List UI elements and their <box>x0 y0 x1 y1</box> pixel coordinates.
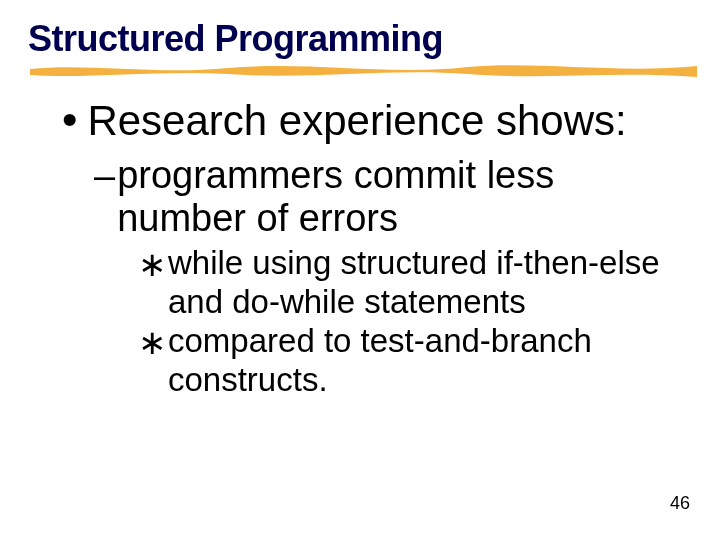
bullet-level1: • Research experience shows: <box>62 96 692 146</box>
bullet-level2: – programmers commit less number of erro… <box>94 154 692 241</box>
dash-icon: – <box>94 154 115 198</box>
slide-title: Structured Programming <box>28 18 692 60</box>
slide: Structured Programming • Research experi… <box>0 0 720 540</box>
bullet-level2-text: programmers commit less number of errors <box>117 154 692 241</box>
bullet-level3-a: ∗ while using structured if-then-else an… <box>138 244 692 322</box>
bullet-level3a-text: while using structured if-then-else and … <box>168 244 692 322</box>
bullet-level1-text: Research experience shows: <box>87 96 626 146</box>
title-wrap: Structured Programming <box>28 18 692 60</box>
bullet-level3-b: ∗ compared to test-and-branch constructs… <box>138 322 692 400</box>
page-number: 46 <box>670 493 690 514</box>
bullet-dot-icon: • <box>62 98 77 142</box>
star-icon: ∗ <box>138 322 166 362</box>
bullet-level3b-text: compared to test-and-branch constructs. <box>168 322 692 400</box>
star-icon: ∗ <box>138 244 166 284</box>
